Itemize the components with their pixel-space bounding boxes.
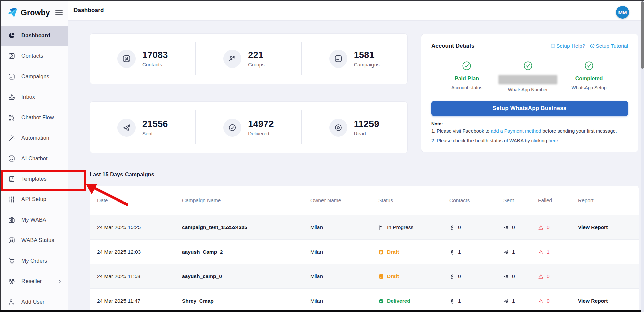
campaign-name-link[interactable]: aayush_Camp_2 xyxy=(182,249,223,255)
cell-status: In Progress xyxy=(378,224,449,230)
view-report-link[interactable]: View Report xyxy=(578,224,608,230)
account-status-value: Paid Plan xyxy=(455,76,479,82)
scrollbar-thumb[interactable] xyxy=(641,1,644,69)
topbar: Dashboard xyxy=(68,0,641,21)
campaign-name-link[interactable]: aayush_camp_0 xyxy=(182,273,222,279)
inbox-icon xyxy=(8,93,15,101)
chevron-right-icon xyxy=(57,278,63,284)
cell-date: 24 Mar 2025 12:03 xyxy=(97,249,182,255)
cell-failed: 0 xyxy=(538,273,578,279)
sidebar-item[interactable]: Dashboard xyxy=(0,26,68,46)
note-link[interactable]: here xyxy=(548,138,558,143)
setup-link[interactable]: Setup Tutorial xyxy=(590,43,628,49)
column-header: Owner Name xyxy=(310,197,378,204)
person-icon xyxy=(449,225,455,230)
column-header: Sent xyxy=(503,197,538,204)
cell-failed: 0 xyxy=(538,224,578,230)
cell-status: Draft xyxy=(378,273,449,279)
sidebar-item-label: AI Chatbot xyxy=(21,155,48,162)
cell-sent: 1 xyxy=(503,298,538,304)
sidebar-item-label: Templates xyxy=(21,176,47,182)
sidebar-item-label: My WABA xyxy=(21,217,46,223)
table-row: 24 Mar 2025 11:47 Shrey_Cmap Milan Deliv… xyxy=(90,288,639,311)
ai-chatbot-icon xyxy=(8,155,15,162)
cell-contacts: 0 xyxy=(449,273,503,279)
note-link[interactable]: add a Payment method xyxy=(491,128,541,134)
campaigns-table: DateCampaign NameOwner NameStatusContact… xyxy=(90,186,639,311)
sidebar-item[interactable]: API Setup xyxy=(0,189,68,210)
stat-label: Campaigns xyxy=(354,62,380,68)
table-header-row: DateCampaign NameOwner NameStatusContact… xyxy=(90,186,639,215)
stat-item: 14972 Delivered xyxy=(196,102,301,153)
cell-contacts: 0 xyxy=(449,224,503,230)
cell-sent: 0 xyxy=(503,224,538,230)
sidebar-item[interactable]: My WABA xyxy=(0,210,68,230)
sidebar-item[interactable]: Templates xyxy=(0,169,68,189)
sidebar-item[interactable]: My Orders xyxy=(0,251,68,271)
note-line: 1. Please visit Facebook to add a Paymen… xyxy=(431,126,628,136)
check-circle-icon xyxy=(223,119,241,137)
person-icon xyxy=(449,298,455,304)
stats-card-sent-delivered-read: 21556 Sent 14972 Delivered 11259 Read xyxy=(90,101,408,153)
cell-sent: 0 xyxy=(503,273,538,279)
warning-icon xyxy=(538,274,544,279)
campaigns-icon xyxy=(8,73,15,80)
sidebar-item-label: WABA Status xyxy=(21,237,54,243)
sidebar-item[interactable]: Campaigns xyxy=(0,66,68,87)
person-icon xyxy=(449,274,455,279)
setup-link[interactable]: Setup Help? xyxy=(550,43,585,49)
warning-icon xyxy=(538,249,544,255)
setup-whatsapp-business-button[interactable]: Setup WhatsApp Business xyxy=(431,101,628,116)
sidebar-item[interactable]: AI Chatbot xyxy=(0,148,68,169)
read-icon xyxy=(329,119,347,137)
stat-value: 11259 xyxy=(354,119,379,129)
stat-item: 21556 Sent xyxy=(90,102,196,153)
send-icon xyxy=(503,298,509,304)
sidebar-item[interactable]: Reseller xyxy=(0,271,68,292)
contacts-icon xyxy=(8,52,15,60)
campaign-name-link[interactable]: campaign_test_152524325 xyxy=(182,224,247,230)
status-text: Draft xyxy=(387,273,399,279)
campaigns-section-heading: Last 15 Days Campaigns xyxy=(90,172,154,178)
sidebar-item[interactable]: Chatbot Flow xyxy=(0,107,68,128)
sidebar-item-label: Contacts xyxy=(21,53,43,59)
stat-label: Delivered xyxy=(248,131,269,136)
sidebar-item[interactable]: WABA Status xyxy=(0,230,68,251)
green-check-icon xyxy=(462,61,472,71)
sidebar-item[interactable]: Automation xyxy=(0,128,68,148)
stat-value: 1581 xyxy=(354,50,375,60)
warning-icon xyxy=(538,298,544,304)
table-row: 24 Mar 2025 11:58 aayush_camp_0 Milan Dr… xyxy=(90,264,639,288)
page-title: Dashboard xyxy=(73,7,104,14)
contact-card-icon xyxy=(117,50,136,68)
stat-value: 14972 xyxy=(248,119,274,129)
stats-card-contacts-groups-campaigns: 17083 Contacts 221 Groups 1581 Campaigns xyxy=(90,33,408,84)
sidebar-item-label: API Setup xyxy=(21,196,46,203)
user-avatar[interactable]: MM xyxy=(616,6,629,19)
account-status-label: WhatsApp Number xyxy=(508,87,548,92)
view-report-link[interactable]: View Report xyxy=(578,298,608,304)
sidebar-item[interactable]: Inbox xyxy=(0,87,68,107)
hamburger-menu-icon[interactable] xyxy=(55,9,63,16)
cell-contacts: 1 xyxy=(449,298,503,304)
campaign-name-link[interactable]: Shrey_Cmap xyxy=(182,298,214,304)
sidebar-item[interactable]: Contacts xyxy=(0,46,68,66)
reseller-icon xyxy=(8,278,15,285)
api-setup-icon xyxy=(8,196,15,203)
sidebar-nav: Dashboard Contacts Campaigns xyxy=(0,26,68,312)
green-check-icon xyxy=(523,61,533,71)
account-status-value: Completed xyxy=(575,76,603,82)
window-edge xyxy=(0,310,641,312)
column-header: Failed xyxy=(538,197,578,204)
account-status-item: Completed WhatsApp Setup xyxy=(559,61,619,92)
stat-item: 17083 Contacts xyxy=(90,34,196,84)
stat-item: 221 Groups xyxy=(196,34,301,84)
sidebar-item[interactable]: Add User xyxy=(0,292,68,312)
column-header: Status xyxy=(378,197,449,204)
vertical-scrollbar xyxy=(641,0,644,312)
account-status-label: WhatsApp Setup xyxy=(571,85,606,90)
cell-owner: Milan xyxy=(310,298,378,304)
table-row: 24 Mar 2025 12:03 aayush_Camp_2 Milan Dr… xyxy=(90,239,639,264)
stat-value: 221 xyxy=(248,50,263,60)
note-line: 2. Please check the health status of WAB… xyxy=(431,136,628,146)
